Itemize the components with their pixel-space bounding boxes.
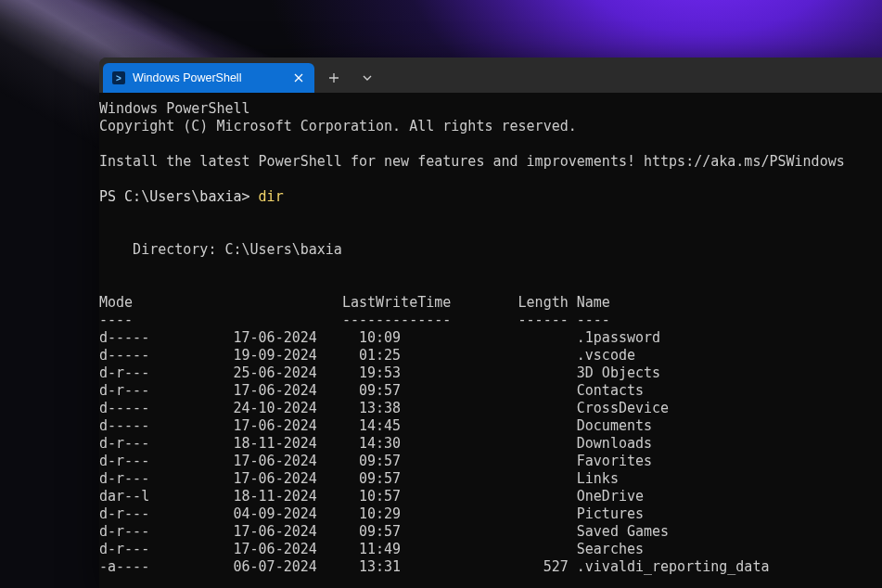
tab-close-button[interactable] — [290, 70, 307, 86]
terminal-window: > Windows PowerShell Windows PowerShell … — [99, 58, 882, 588]
tab-dropdown-button[interactable] — [353, 63, 381, 93]
tab-title: Windows PowerShell — [133, 71, 283, 84]
tab-strip: > Windows PowerShell — [99, 58, 882, 93]
tab-powershell[interactable]: > Windows PowerShell — [103, 63, 314, 93]
terminal-body[interactable]: Windows PowerShell Copyright (C) Microso… — [99, 93, 882, 588]
powershell-icon: > — [112, 71, 125, 84]
new-tab-button[interactable] — [320, 63, 348, 93]
